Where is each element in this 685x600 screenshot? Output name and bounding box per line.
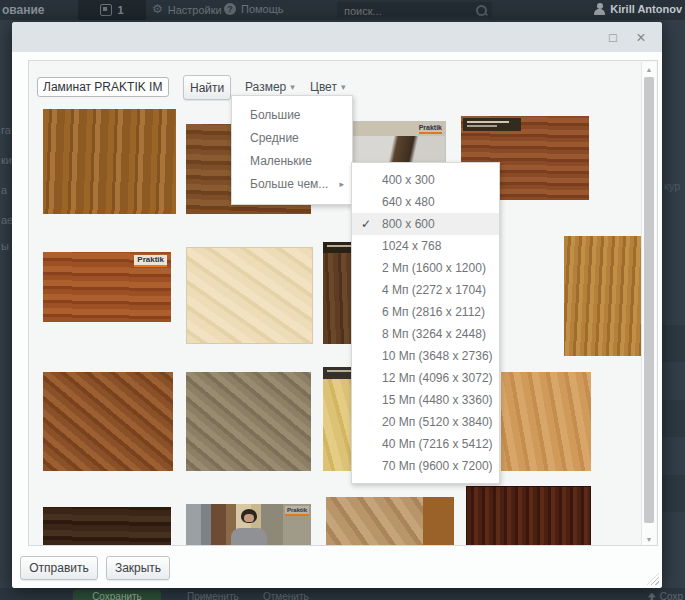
size-dropdown-toggle[interactable]: Размер ▾	[245, 80, 295, 94]
thumbnail-dark-mahogany-vertical[interactable]	[466, 486, 591, 546]
menu-item-medium[interactable]: Средние	[232, 127, 352, 150]
top-navigation-bar: ование 1 ⚙ Настройки ? Помощь Kirill Ant…	[0, 0, 685, 20]
menu-item-1024x768[interactable]: 1024 x 768	[352, 235, 499, 257]
checkmark-icon: ✓	[361, 213, 371, 235]
search-icon	[476, 5, 487, 16]
resize-grip[interactable]	[647, 573, 659, 585]
menu-item-70mp[interactable]: 70 Мп (9600 x 7200)	[352, 455, 499, 477]
menu-item-800x600-selected[interactable]: ✓ 800 x 600	[352, 213, 499, 235]
image-search-input[interactable]	[37, 77, 169, 97]
notification-tab[interactable]: 1	[78, 0, 146, 20]
thumbnail-light-tan[interactable]	[501, 372, 591, 471]
save-icon	[648, 593, 656, 600]
thumbnail-label	[463, 118, 521, 131]
menu-item-640x480[interactable]: 640 x 480	[352, 191, 499, 213]
menu-item-8mp[interactable]: 8 Мп (3264 x 2448)	[352, 323, 499, 345]
menu-item-large[interactable]: Большие	[232, 104, 352, 127]
save-button[interactable]: Сохранить	[73, 590, 161, 600]
thumbnail-mahogany-praktik[interactable]: Praktik	[43, 252, 171, 322]
chevron-down-icon: ▾	[290, 82, 295, 92]
person-torso	[231, 528, 267, 546]
send-button[interactable]: Отправить	[20, 556, 98, 580]
help-label: Помощь	[241, 3, 284, 15]
thumbnail-golden-oak-tall[interactable]	[564, 236, 641, 356]
size-dropdown-menu: Большие Средние Маленькие Больше чем... …	[231, 95, 353, 205]
praktik-logo: Praktik	[134, 255, 167, 267]
apply-button[interactable]: Применить	[187, 591, 239, 600]
background-text-fragment: кур	[664, 180, 685, 192]
scroll-up-icon[interactable]: ▲	[642, 66, 656, 73]
dialog-footer: Отправить Закрыть	[12, 546, 662, 588]
praktik-logo: Praktik	[285, 506, 309, 516]
user-menu[interactable]: Kirill Antonov	[594, 3, 682, 15]
menu-item-6mp[interactable]: 6 Мп (2816 x 2112)	[352, 301, 499, 323]
gear-icon: ⚙	[152, 3, 163, 16]
close-button[interactable]: Закрыть	[106, 556, 170, 580]
maximize-icon[interactable]: □	[604, 29, 622, 47]
menu-item-4mp[interactable]: 4 Мп (2272 x 1704)	[352, 279, 499, 301]
chevron-down-icon: ▾	[341, 82, 346, 92]
thumbnail-mixed-planks-diagonal[interactable]	[326, 497, 454, 546]
scrollbar-thumb[interactable]	[644, 77, 654, 523]
vertical-scrollbar[interactable]: ▲ ▼	[641, 62, 656, 545]
settings-menu-item[interactable]: ⚙ Настройки	[152, 3, 222, 16]
panel-icon	[100, 4, 112, 16]
menu-item-20mp[interactable]: 20 Мп (5120 x 3840)	[352, 411, 499, 433]
table-row	[662, 475, 685, 512]
global-search-box[interactable]	[337, 2, 492, 17]
menu-item-15mp[interactable]: 15 Мп (4480 x 3360)	[352, 389, 499, 411]
thumbnail-espresso-dark[interactable]	[43, 507, 171, 546]
app-title-fragment: ование	[2, 3, 45, 17]
page-footer-bar: Сохранить Применить Отменить Сохр	[0, 588, 685, 600]
person-face	[244, 514, 254, 522]
thumbnail-header: Praktik	[352, 122, 445, 136]
menu-item-small[interactable]: Маленькие	[232, 150, 352, 173]
color-dropdown-toggle[interactable]: Цвет ▾	[310, 80, 345, 94]
save-shortcut[interactable]: Сохр	[648, 591, 683, 600]
find-button[interactable]: Найти	[183, 75, 231, 100]
menu-item-400x300[interactable]: 400 x 300	[352, 169, 499, 191]
table-row	[662, 400, 685, 437]
dimension-submenu: 400 x 300 640 x 480 ✓ 800 x 600 1024 x 7…	[351, 162, 500, 484]
close-icon[interactable]: ×	[632, 29, 650, 47]
image-search-dialog: □ × Найти Размер ▾ Цвет ▾ Praktik Prakti…	[12, 22, 662, 588]
settings-label: Настройки	[168, 4, 222, 16]
thumbnail-golden-oak-vertical[interactable]	[43, 109, 176, 214]
table-row	[662, 325, 685, 362]
thumbnail-cream-birch-diagonal[interactable]	[186, 247, 313, 344]
cancel-button[interactable]: Отменить	[263, 591, 309, 600]
thumbnail-brown-diagonal[interactable]	[43, 372, 173, 471]
user-icon	[594, 3, 605, 15]
menu-item-12mp[interactable]: 12 Мп (4096 x 3072)	[352, 367, 499, 389]
praktik-logo: Praktik	[419, 124, 442, 134]
menu-item-2mp[interactable]: 2 Мп (1600 x 1200)	[352, 257, 499, 279]
chevron-right-icon: ▸	[339, 173, 344, 196]
menu-item-40mp[interactable]: 40 Мп (7216 x 5412)	[352, 433, 499, 455]
user-name: Kirill Antonov	[610, 3, 682, 15]
menu-item-10mp[interactable]: 10 Мп (3648 x 2736)	[352, 345, 499, 367]
thumbnail-gray-brown-diagonal[interactable]	[186, 372, 311, 471]
notification-count: 1	[117, 4, 123, 16]
help-menu-item[interactable]: ? Помощь	[224, 3, 284, 15]
thumbnail-consultant-video[interactable]: Praktik	[186, 504, 311, 546]
image-results-panel: Найти Размер ▾ Цвет ▾ Praktik Praktik	[28, 60, 658, 546]
dialog-titlebar: □ ×	[12, 22, 662, 52]
help-icon: ?	[224, 3, 236, 15]
scroll-down-icon[interactable]: ▼	[642, 536, 656, 543]
global-search-input[interactable]	[342, 2, 466, 19]
menu-item-larger-than[interactable]: Больше чем... ▸	[232, 173, 352, 196]
